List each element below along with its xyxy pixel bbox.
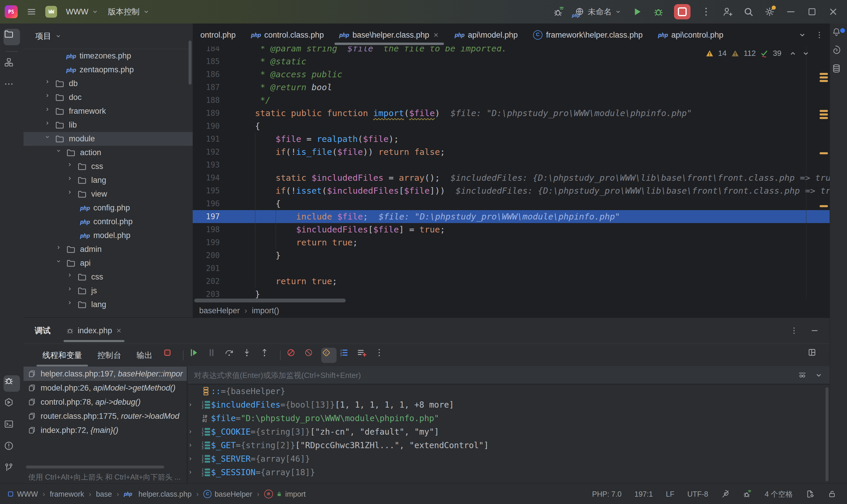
indent-setting[interactable]: 4 个空格 [765,489,793,499]
code-line-187[interactable]: 187 * @return bool [193,81,830,94]
code-line-197[interactable]: 197 include $file;$file: "D:\phpstudy_pr… [193,210,830,223]
debug-listener-icon[interactable] [553,6,564,17]
run-to-cursor-button[interactable]: C [321,348,336,363]
status-breadcrumb-helper.class.php[interactable]: phphelper.class.php [124,490,191,499]
variable-row-$_GET[interactable]: 123$_GET = {string[2]} ["RDpccGhwc3R1ZHl… [187,438,830,452]
stack-frame-row[interactable]: index.php:72, {main}() [23,423,187,437]
code-line-186[interactable]: 186 * @access public [193,68,830,81]
chevron-right-icon[interactable] [44,106,55,117]
line-number[interactable]: 184 [193,47,220,55]
settings-gear-icon[interactable] [764,6,775,17]
encoding[interactable]: UTF-8 [687,490,708,499]
tree-item-api[interactable]: api [23,256,193,270]
line-number[interactable]: 192 [193,145,220,158]
code-line-201[interactable]: 201 [193,262,830,275]
debug-view-tab-3[interactable]: 输出 [129,344,160,366]
variable-row-$file[interactable]: 1001$file = "D:\phpstudy_pro\WWW\module\… [187,411,830,425]
chevron-right-icon[interactable] [44,78,55,89]
line-number[interactable]: 189 [193,107,220,120]
tree-item-module[interactable]: module [23,132,193,146]
ai-assistant-icon[interactable] [831,45,846,60]
git-tool-icon[interactable] [3,462,20,479]
breadcrumb-class[interactable]: baseHelper [199,306,240,315]
stack-frame-row[interactable]: model.php:26, apiModel->getMethod() [23,381,187,395]
chevron-right-icon[interactable] [44,120,55,130]
chevron-down-icon[interactable] [55,147,66,158]
chevron-right-icon[interactable] [187,442,201,448]
line-number[interactable]: 193 [193,158,220,171]
line-number[interactable]: 186 [193,68,220,81]
editor-tab[interactable]: phpbase\helper.class.php [332,23,447,47]
status-breadcrumb-import[interactable]: mimport [264,490,306,499]
close-icon[interactable] [433,32,439,38]
frames-view-button[interactable]: 123 [339,348,354,363]
tree-item-db[interactable]: db [23,77,193,91]
terminal-tool-icon[interactable] [3,419,20,435]
ai-disabled-icon[interactable] [721,490,730,499]
chevron-right-icon[interactable] [67,175,77,186]
mute-breakpoints-button[interactable] [304,348,319,363]
code-line-196[interactable]: 196 { [193,197,830,210]
stop-process-button[interactable] [162,348,178,363]
chevron-down-icon[interactable] [814,371,823,380]
panel-options-icon[interactable] [790,326,798,335]
line-number[interactable]: 196 [193,197,220,210]
step-over-button[interactable] [224,348,240,363]
status-breadcrumb-baseHelper[interactable]: CbaseHelper [203,490,252,499]
line-number[interactable]: 190 [193,120,220,132]
debug-tool-icon[interactable] [3,375,20,392]
debug-view-tab-1[interactable]: 线程和变量 [35,344,90,366]
layout-settings-icon[interactable] [807,348,823,363]
tree-item-css[interactable]: css [23,270,193,284]
tree-item-control.php[interactable]: phpcontrol.php [23,215,193,229]
code-line-193[interactable]: 193 [193,158,830,171]
debug-view-tab-2[interactable]: 控制台 [90,344,129,366]
status-breadcrumb-framework[interactable]: framework [50,490,84,499]
maximize-button[interactable] [807,6,817,17]
variable-row-$_SERVER[interactable]: 123$_SERVER = {array[46]} [187,452,830,466]
toolbar-more-icon[interactable] [374,348,390,363]
line-number[interactable]: 201 [193,262,220,275]
code-line-199[interactable]: 199 return true; [193,236,830,249]
tree-item-view[interactable]: view [23,187,193,201]
database-tool-icon[interactable] [831,64,846,78]
search-icon[interactable] [743,6,754,17]
run-configuration-selector[interactable]: php 未命名 [574,6,622,17]
inspections-widget[interactable]: 14 112 39 [705,49,810,58]
debug-listener-icon[interactable] [743,490,752,499]
stack-frame-row[interactable]: helper.class.php:197, baseHelper::impor [23,367,187,381]
view-breakpoints-button[interactable] [286,348,301,363]
add-watch-button[interactable] [357,348,372,363]
line-number[interactable]: 197 [193,210,220,223]
status-breadcrumb-base[interactable]: base [96,490,112,499]
stack-frame-row[interactable]: router.class.php:1775, router->loadMod [23,409,187,423]
code-line-198[interactable]: 198 $includedFiles[$file] = true; [193,223,830,236]
code-line-202[interactable]: 202 return true; [193,275,830,288]
prev-problem-icon[interactable] [789,49,797,58]
editor-tab[interactable]: phpcontrol.class.php [243,23,332,47]
close-button[interactable] [828,6,839,17]
structure-tool-icon[interactable] [3,57,20,73]
tree-item-js[interactable]: js [23,284,193,298]
code-line-191[interactable]: 191 $file = realpath($file); [193,132,830,145]
more-tools-icon[interactable] [3,79,20,95]
breadcrumb-method[interactable]: import() [252,306,279,315]
project-tool-icon[interactable] [3,29,20,45]
project-selector[interactable]: WWW [66,7,99,16]
code-line-194[interactable]: 194 static $includedFiles = array();$inc… [193,171,830,184]
chevron-down-icon[interactable] [44,134,55,144]
code-line-190[interactable]: 190 { [193,120,830,132]
tree-item-doc[interactable]: doc [23,91,193,104]
code-line-200[interactable]: 200 } [193,249,830,262]
tree-item-timezones.php[interactable]: phptimezones.php [23,49,193,63]
editor-tab[interactable]: phpapi\control.php [651,23,731,47]
tree-item-framework[interactable]: framework [23,104,193,118]
tree-item-lang[interactable]: lang [23,298,193,311]
tree-item-zentaopms.php[interactable]: phpzentaopms.php [23,63,193,77]
chevron-right-icon[interactable] [67,286,77,296]
resume-button[interactable] [189,348,204,363]
debug-button[interactable] [653,6,664,17]
step-out-button[interactable] [259,348,275,363]
chevron-right-icon[interactable] [187,469,201,475]
line-number[interactable]: 202 [193,275,220,288]
